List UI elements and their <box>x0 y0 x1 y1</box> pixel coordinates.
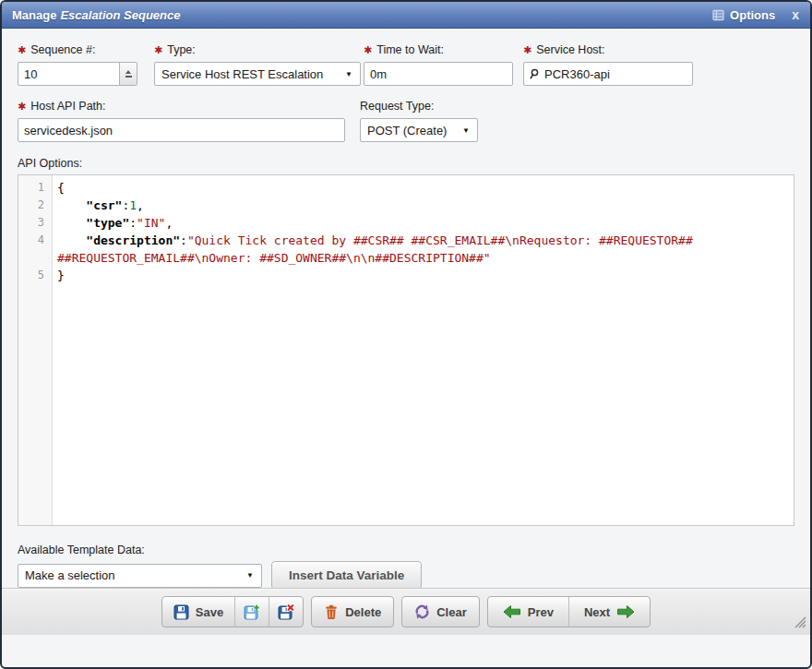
chevron-down-icon: ▼ <box>246 571 254 579</box>
clear-button[interactable]: Clear <box>401 596 480 627</box>
request-type-label: Request Type: <box>360 100 434 113</box>
clear-button-label: Clear <box>436 605 467 619</box>
trash-icon <box>324 604 339 620</box>
form-row-1: ✱Sequence #: ✱Type: Service Host REST Es… <box>18 43 794 86</box>
request-type-select-value: POST (Create) <box>367 124 447 137</box>
code-lines[interactable]: 1{2 "csr":1,3 "type":"IN",4 "description… <box>18 175 794 284</box>
dialog-body: ✱Sequence #: ✱Type: Service Host REST Es… <box>2 43 810 635</box>
template-data-row: Make a selection ▼ Insert Data Variable <box>18 561 794 590</box>
service-host-field: ✱Service Host: <box>523 43 693 86</box>
type-select-value: Service Host REST Escalation <box>161 67 323 81</box>
dialog-footer: Save <box>2 588 810 635</box>
sequence-field: ✱Sequence #: <box>18 43 137 86</box>
code-line[interactable]: 2 "csr":1, <box>18 197 794 214</box>
spinner-bar-icon <box>125 76 132 78</box>
time-to-wait-input[interactable] <box>364 62 513 86</box>
type-label: Type: <box>167 43 196 56</box>
type-field: ✱Type: Service Host REST Escalation ▼ <box>154 43 361 86</box>
spinner-up-icon <box>125 70 131 74</box>
save-button-group: Save <box>161 596 304 627</box>
line-number: 1 <box>18 179 53 197</box>
close-button[interactable]: x <box>790 8 801 21</box>
template-data-select-value: Make a selection <box>25 568 115 582</box>
options-button-label: Options <box>730 8 775 22</box>
resize-grip-icon[interactable] <box>793 615 806 632</box>
prev-next-button-group: Prev Next <box>487 596 651 627</box>
save-button-label: Save <box>196 605 223 619</box>
required-asterisk: ✱ <box>18 101 26 112</box>
required-asterisk: ✱ <box>364 44 372 55</box>
service-host-input[interactable] <box>523 62 693 86</box>
save-and-close-button[interactable] <box>269 597 303 627</box>
delete-button-label: Delete <box>345 605 381 619</box>
request-type-select[interactable]: POST (Create) ▼ <box>360 118 478 142</box>
next-button[interactable]: Next <box>568 597 650 627</box>
save-and-new-floppy-plus-icon <box>244 604 260 620</box>
options-button[interactable]: Options <box>712 8 775 22</box>
prev-button-label: Prev <box>528 605 554 619</box>
prev-button[interactable]: Prev <box>488 597 568 627</box>
time-to-wait-field: ✱Time to Wait: <box>364 43 513 86</box>
title-prefix: Manage <box>12 8 56 22</box>
titlebar-actions: Options x <box>712 8 801 22</box>
arrow-left-icon <box>503 604 521 619</box>
chevron-down-icon: ▼ <box>345 70 352 78</box>
time-to-wait-label: Time to Wait: <box>376 43 444 56</box>
service-host-label: Service Host: <box>536 43 604 56</box>
title-emphasis: Escalation Sequence <box>60 8 180 22</box>
line-number: 5 <box>18 267 53 284</box>
sequence-label: Sequence #: <box>30 43 95 56</box>
host-api-path-label: Host API Path: <box>30 100 105 113</box>
dialog-title: ManageEscalation Sequence <box>12 8 180 22</box>
api-options-label: API Options: <box>18 157 794 170</box>
required-asterisk: ✱ <box>18 44 26 55</box>
manage-escalation-sequence-dialog: ManageEscalation Sequence Options x <box>0 0 812 669</box>
template-data-select[interactable]: Make a selection ▼ <box>18 564 262 588</box>
required-asterisk: ✱ <box>523 44 531 55</box>
code-line[interactable]: 3 "type":"IN", <box>18 214 794 232</box>
insert-data-variable-button[interactable]: Insert Data Variable <box>271 561 422 590</box>
code-line[interactable]: 5} <box>18 267 794 284</box>
code-line[interactable]: 1{ <box>18 179 794 197</box>
template-data-label: Available Template Data: <box>18 544 794 556</box>
host-api-path-input[interactable] <box>18 118 345 142</box>
dialog-titlebar: ManageEscalation Sequence Options x <box>2 2 810 29</box>
required-asterisk: ✱ <box>154 44 162 55</box>
delete-button[interactable]: Delete <box>311 596 394 627</box>
options-list-icon <box>712 9 724 21</box>
save-and-new-button[interactable] <box>234 597 269 627</box>
code-line[interactable]: 4 "description":"Quick Tick created by #… <box>18 232 794 267</box>
line-number: 3 <box>18 214 53 232</box>
save-button[interactable]: Save <box>162 597 234 627</box>
save-and-close-floppy-x-icon <box>278 604 294 620</box>
host-api-path-field: ✱Host API Path: <box>18 100 345 142</box>
next-button-label: Next <box>584 605 610 619</box>
save-floppy-icon <box>173 604 189 620</box>
magnifier-icon <box>529 67 540 84</box>
sequence-spinner[interactable] <box>119 63 137 85</box>
line-number: 4 <box>18 232 53 267</box>
arrow-right-icon <box>616 604 635 619</box>
chevron-down-icon: ▼ <box>462 126 470 135</box>
api-options-editor[interactable]: 1{2 "csr":1,3 "type":"IN",4 "description… <box>18 174 794 526</box>
refresh-arrows-icon <box>414 604 430 619</box>
type-select[interactable]: Service Host REST Escalation ▼ <box>154 62 361 86</box>
line-number: 2 <box>18 197 53 214</box>
insert-data-variable-label: Insert Data Variable <box>289 568 404 582</box>
form-row-2: ✱Host API Path: Request Type: POST (Crea… <box>18 100 794 142</box>
request-type-field: Request Type: POST (Create) ▼ <box>360 100 478 142</box>
